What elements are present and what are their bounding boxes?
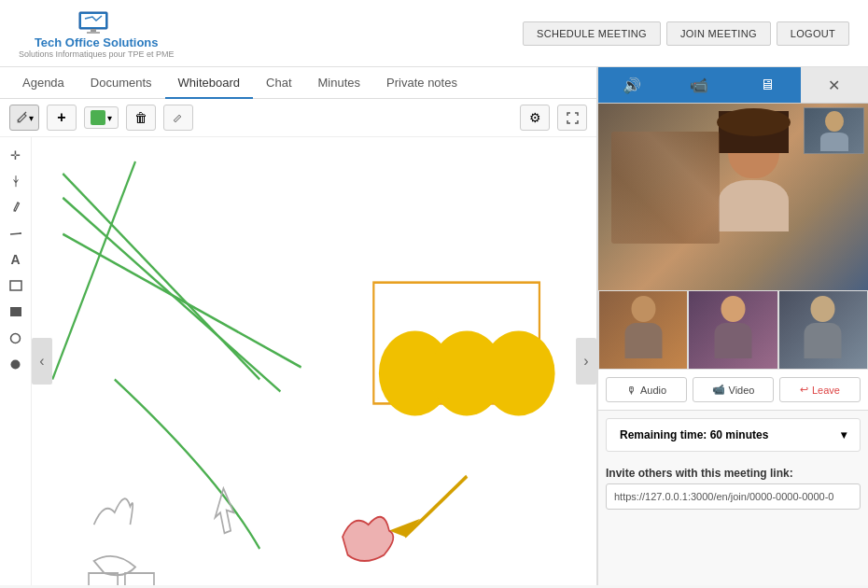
participant-action-buttons: 🎙 Audio 📹 Video ↩ Leave	[598, 370, 868, 411]
tab-private-notes[interactable]: Private notes	[373, 68, 470, 99]
circle-filled-tool[interactable]	[3, 352, 29, 376]
svg-line-13	[63, 234, 301, 368]
svg-rect-3	[87, 32, 100, 34]
whiteboard-content: ✛ A	[0, 137, 596, 585]
participant-2-video	[688, 290, 777, 370]
close-video-panel-button[interactable]: ✕	[801, 67, 868, 103]
svg-rect-7	[10, 281, 21, 290]
svg-point-9	[11, 333, 21, 343]
tab-bar: Agenda Documents Whiteboard Chat Minutes…	[0, 67, 596, 99]
remaining-time-label: Remaining time: 60 minutes	[620, 428, 768, 441]
audio-label: Audio	[640, 385, 666, 396]
svg-rect-1	[81, 14, 105, 27]
video-label: Video	[729, 385, 755, 396]
pen-tool-button[interactable]: ▾	[9, 105, 39, 131]
whiteboard-toolbar: ▾ + ▾ 🗑 ⚙	[0, 99, 596, 137]
participant-3-video	[778, 290, 868, 370]
header-buttons: SCHEDULE MEETING JOIN MEETING LOGOUT	[523, 21, 849, 46]
line-icon	[9, 231, 22, 236]
invite-section: Invite others with this meeting link:	[598, 459, 868, 517]
app-title: Tech Office Solutions	[35, 35, 159, 49]
add-button[interactable]: +	[47, 105, 77, 131]
text-tool[interactable]: A	[3, 247, 29, 272]
prev-page-button[interactable]: ‹	[32, 338, 52, 385]
tab-documents[interactable]: Documents	[77, 68, 165, 99]
whiteboard-drawing	[32, 137, 596, 585]
circle-outline-tool[interactable]	[3, 326, 29, 350]
svg-point-18	[483, 331, 555, 416]
svg-rect-2	[91, 29, 96, 32]
pointer-tool[interactable]	[3, 169, 29, 193]
audio-control-button[interactable]: 🔊	[598, 67, 665, 103]
settings-button[interactable]: ⚙	[520, 105, 550, 131]
rect-outline-icon	[9, 280, 22, 291]
main-layout: Agenda Documents Whiteboard Chat Minutes…	[0, 67, 868, 585]
fullscreen-button[interactable]	[557, 105, 587, 131]
svg-line-14	[52, 161, 135, 380]
video-toggle-button[interactable]: 📹 Video	[693, 377, 774, 402]
invite-label: Invite others with this meeting link:	[606, 467, 861, 480]
video-icon: 📹	[712, 384, 725, 396]
fullscreen-icon	[567, 112, 579, 124]
participant-1-video	[598, 290, 688, 370]
join-meeting-button[interactable]: JOIN MEETING	[666, 21, 771, 46]
rect-outline-tool[interactable]	[3, 273, 29, 298]
pen-icon	[16, 111, 29, 124]
color-picker-button[interactable]: ▾	[84, 106, 119, 129]
rect-filled-icon	[9, 306, 22, 317]
audio-icon: 🎙	[626, 385, 637, 396]
pencil-tool[interactable]	[3, 195, 29, 219]
right-panel: 🔊 📹 🖥 ✕	[597, 67, 868, 585]
tab-minutes[interactable]: Minutes	[305, 68, 374, 99]
svg-point-10	[11, 359, 21, 369]
side-toolbar: ✛ A	[0, 137, 32, 585]
schedule-meeting-button[interactable]: SCHEDULE MEETING	[523, 21, 661, 46]
leave-meeting-button[interactable]: ↩ Leave	[779, 377, 861, 402]
svg-line-4	[24, 112, 26, 114]
pencil-icon	[11, 201, 21, 214]
svg-line-19	[405, 476, 468, 537]
svg-rect-8	[10, 307, 21, 316]
leave-icon: ↩	[800, 384, 808, 396]
camera-control-button[interactable]: 📹	[665, 67, 733, 103]
logo-icon	[77, 7, 115, 35]
eraser-button[interactable]	[163, 105, 193, 131]
tab-chat[interactable]: Chat	[253, 68, 304, 99]
whiteboard-canvas[interactable]	[32, 137, 596, 585]
left-panel: Agenda Documents Whiteboard Chat Minutes…	[0, 67, 597, 585]
next-page-button[interactable]: ›	[576, 338, 596, 385]
line-tool[interactable]	[3, 221, 29, 245]
pointer-icon	[11, 175, 21, 188]
app-header: Tech Office Solutions Solutions Informat…	[0, 0, 868, 67]
tab-agenda[interactable]: Agenda	[9, 68, 77, 99]
main-video-feed	[598, 104, 868, 290]
invite-link-input[interactable]	[606, 483, 861, 510]
chevron-down-icon: ▾	[841, 428, 847, 441]
leave-label: Leave	[812, 385, 840, 396]
thumbnail-row	[598, 290, 868, 370]
main-participant-video	[707, 122, 801, 262]
audio-toggle-button[interactable]: 🎙 Audio	[606, 377, 687, 402]
eraser-icon	[172, 111, 185, 124]
color-swatch	[91, 110, 105, 125]
screen-share-button[interactable]: 🖥	[734, 67, 801, 103]
circle-outline-icon	[9, 332, 21, 344]
remaining-time-panel[interactable]: Remaining time: 60 minutes ▾	[606, 418, 861, 452]
logo-area: Tech Office Solutions Solutions Informat…	[19, 7, 174, 59]
pip-video	[804, 107, 864, 154]
rect-filled-tool[interactable]	[3, 300, 29, 324]
video-controls-bar: 🔊 📹 🖥 ✕	[598, 67, 868, 104]
tab-whiteboard[interactable]: Whiteboard	[165, 68, 253, 99]
move-tool[interactable]: ✛	[3, 143, 29, 167]
delete-button[interactable]: 🗑	[126, 105, 156, 131]
circle-filled-icon	[9, 358, 21, 371]
app-subtitle: Solutions Informatiques pour TPE et PME	[19, 49, 174, 59]
svg-rect-22	[125, 573, 154, 585]
logout-button[interactable]: LOGOUT	[777, 21, 849, 46]
